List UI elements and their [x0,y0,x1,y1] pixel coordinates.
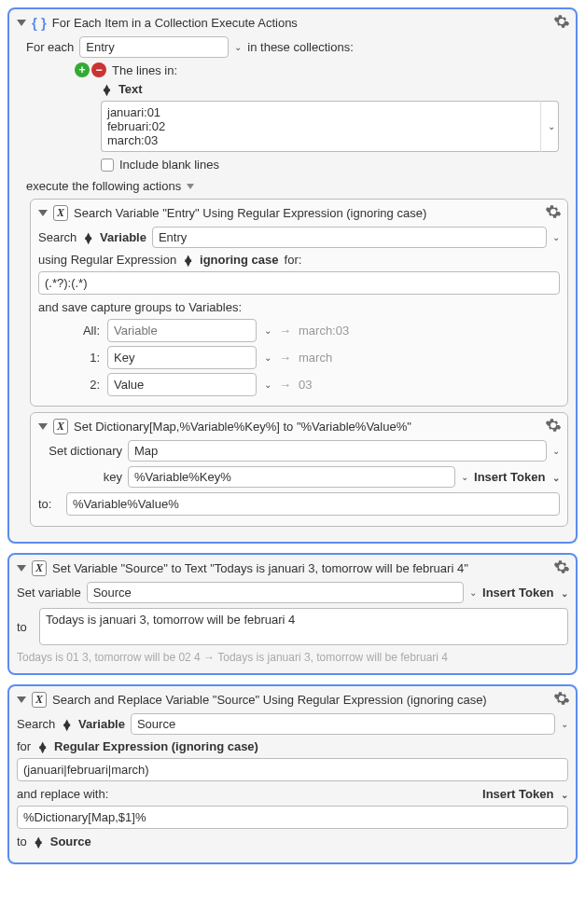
variable-token[interactable]: Variable [78,717,125,731]
group1-result-preview: march [299,351,332,365]
updown-icon[interactable]: ▲▼ [101,85,113,94]
braces-icon: { } [32,15,47,31]
search-variable-block: X Search Variable "Entry" Using Regular … [30,199,568,407]
variable-name-select[interactable]: Source [131,713,555,735]
for-each-var-select[interactable]: Entry [79,36,229,58]
text-source-label[interactable]: Text [118,82,143,96]
text-expand-button[interactable]: ⌄ [540,101,559,152]
group1-label: 1: [77,351,100,365]
disclosure-triangle-icon[interactable] [17,20,26,26]
updown-icon[interactable]: ▲▼ [33,837,45,847]
in-these-label: in these collections: [247,40,353,54]
for-each-label: For each [26,40,74,54]
to-text-input[interactable]: Todays is januari 3, tomorrow will be fe… [39,608,568,645]
gear-icon[interactable] [553,559,570,578]
for-label: for [17,739,31,753]
to-label: to [17,834,27,848]
chevron-down-icon[interactable]: ⌄ [264,325,272,336]
disclosure-triangle-icon[interactable] [187,184,194,189]
updown-icon[interactable]: ▲▼ [82,233,94,242]
set-variable-label: Set variable [17,586,81,600]
disclosure-triangle-icon[interactable] [17,565,26,572]
disclosure-triangle-icon[interactable] [38,423,48,430]
search-label: Search [38,230,77,244]
search-label: Search [17,717,55,731]
lines-in-label: The lines in: [112,63,177,77]
include-blank-label: Include blank lines [119,158,219,172]
for-each-block: { } For Each Item in a Collection Execut… [7,7,578,544]
chevron-down-icon[interactable]: ⌄ [234,42,242,52]
group2-label: 2: [77,378,100,392]
chevron-down-icon[interactable]: ⌄ [264,352,272,363]
variable-name-select[interactable]: Entry [152,227,547,248]
variable-token[interactable]: Variable [100,230,146,244]
regex-input[interactable] [17,758,568,781]
dictionary-name-select[interactable]: Map [128,440,547,462]
ignoring-case-toggle[interactable]: ignoring case [200,253,279,267]
gear-icon[interactable] [553,690,570,710]
variable-icon: X [53,205,68,221]
replace-with-label: and replace with: [17,787,108,801]
chevron-down-icon[interactable]: ⌄ [552,446,560,456]
insert-token-button[interactable]: Insert Token ⌄ [482,787,568,801]
insert-token-button[interactable]: Insert Token ⌄ [474,470,560,484]
search-replace-block: X Search and Replace Variable "Source" U… [7,684,578,864]
block-title: Set Variable "Source" to Text "Todays is… [52,561,468,575]
disclosure-triangle-icon[interactable] [17,696,26,703]
chevron-down-icon[interactable]: ⌄ [264,379,272,390]
variable-icon: X [32,560,47,576]
group2-var-input[interactable] [107,373,257,396]
to-label: to [17,620,34,634]
gear-icon[interactable] [545,203,562,223]
group2-result-preview: 03 [299,378,312,392]
chevron-down-icon[interactable]: ⌄ [561,719,568,729]
add-button[interactable]: + [75,62,90,77]
execute-actions-label: execute the following actions [26,179,181,193]
gear-icon[interactable] [545,417,562,436]
regex-input[interactable] [38,271,560,295]
chevron-down-icon[interactable]: ⌄ [461,472,468,482]
all-result-preview: march:03 [299,324,349,338]
all-label: All: [77,324,100,338]
to-value-input[interactable] [66,492,560,516]
updown-icon[interactable]: ▲▼ [36,742,49,752]
insert-token-button[interactable]: Insert Token ⌄ [482,586,568,600]
updown-icon[interactable]: ▲▼ [182,255,194,265]
using-label: using Regular Expression [38,253,176,267]
gear-icon[interactable] [553,13,570,33]
arrow-icon: → [279,324,291,338]
replace-value-input[interactable] [17,806,568,829]
group1-var-input[interactable] [107,346,257,369]
disclosure-triangle-icon[interactable] [38,210,48,216]
key-value-select[interactable]: %Variable%Key% [128,466,455,488]
set-dictionary-block: X Set Dictionary[Map,%Variable%Key%] to … [30,412,568,527]
block-title: Set Dictionary[Map,%Variable%Key%] to "%… [74,420,411,434]
to-label: to: [38,497,61,511]
chevron-down-icon[interactable]: ⌄ [469,587,477,598]
chevron-down-icon[interactable]: ⌄ [552,232,560,242]
variable-name-select[interactable]: Source [87,582,464,603]
set-dictionary-label: Set dictionary [38,444,122,458]
text-content-input[interactable]: januari:01 februari:02 march:03 [101,101,540,152]
block-title: For Each Item in a Collection Execute Ac… [52,16,298,30]
arrow-icon: → [279,378,291,392]
block-title: Search Variable "Entry" Using Regular Ex… [74,206,426,220]
to-target[interactable]: Source [50,834,91,848]
variable-icon: X [32,692,47,708]
regex-mode-toggle[interactable]: Regular Expression (ignoring case) [54,739,258,753]
arrow-icon: → [279,351,291,365]
add-remove-buttons: + − [75,62,106,77]
include-blank-checkbox[interactable] [101,159,114,172]
remove-button[interactable]: − [91,62,106,77]
updown-icon[interactable]: ▲▼ [61,720,73,729]
set-variable-block: X Set Variable "Source" to Text "Todays … [7,553,578,675]
all-var-input[interactable] [107,319,257,342]
variable-icon: X [53,419,68,434]
key-label: key [38,470,122,484]
for-label: for: [285,253,302,267]
result-preview: Todays is 01 3, tomorrow will be 02 4 → … [17,651,568,664]
save-groups-label: and save capture groups to Variables: [38,300,242,314]
block-title: Search and Replace Variable "Source" Usi… [52,693,487,707]
